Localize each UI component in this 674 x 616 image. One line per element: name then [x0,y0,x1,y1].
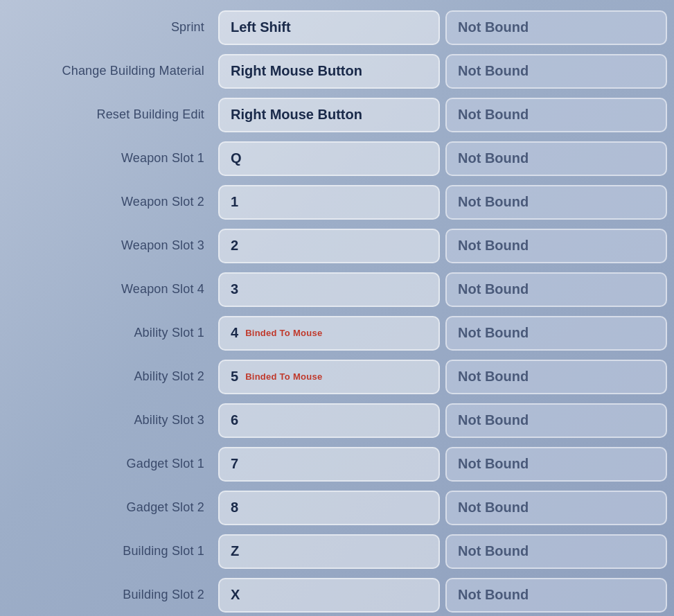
keybind-label: Change Building Material [0,64,218,78]
keybind-row: SprintLeft ShiftNot Bound [0,6,674,49]
primary-key-label: Z [231,543,239,559]
secondary-key-label: Not Bound [458,325,529,341]
keybind-secondary-button[interactable]: Not Bound [445,229,667,263]
primary-key-label: X [231,587,240,603]
keybind-secondary-button[interactable]: Not Bound [445,185,667,220]
primary-key-label: 4 [231,325,238,341]
primary-key-label: 3 [231,281,238,297]
keybind-secondary-button[interactable]: Not Bound [445,578,667,613]
binded-note: Binded To Mouse [245,328,322,338]
keybind-primary-button[interactable]: Left Shift [218,10,440,45]
keybind-primary-button[interactable]: Q [218,141,440,176]
keybind-primary-button[interactable]: 4Binded To Mouse [218,316,440,351]
keybind-primary-button[interactable]: Right Mouse Button [218,98,440,132]
primary-key-label: Right Mouse Button [231,63,362,79]
keybind-row: Change Building MaterialRight Mouse Butt… [0,49,674,93]
secondary-key-label: Not Bound [458,543,529,559]
keybind-row: Reset Building EditRight Mouse ButtonNot… [0,93,674,137]
keybind-list: SprintLeft ShiftNot BoundChange Building… [0,0,674,616]
keybind-label: Weapon Slot 1 [0,151,218,166]
secondary-key-label: Not Bound [458,238,529,254]
keybind-primary-button[interactable]: 1 [218,185,440,220]
keybind-secondary-button[interactable]: Not Bound [445,316,667,351]
keybind-row: Weapon Slot 43Not Bound [0,267,674,311]
keybind-row: Gadget Slot 17Not Bound [0,442,674,486]
keybind-row: Gadget Slot 28Not Bound [0,486,674,529]
primary-key-label: Right Mouse Button [231,107,362,123]
primary-key-label: Q [231,150,242,166]
keybind-label: Building Slot 1 [0,544,218,558]
keybind-row: Ability Slot 36Not Bound [0,398,674,442]
primary-key-label: Left Shift [231,19,291,35]
secondary-key-label: Not Bound [458,587,529,603]
keybind-label: Ability Slot 2 [0,369,218,384]
keybind-primary-button[interactable]: X [218,578,440,613]
secondary-key-label: Not Bound [458,107,529,123]
keybind-primary-button[interactable]: 8 [218,491,440,525]
binded-note: Binded To Mouse [245,371,322,382]
keybind-secondary-button[interactable]: Not Bound [445,491,667,525]
primary-key-label: 2 [231,238,238,254]
keybind-row: Weapon Slot 1QNot Bound [0,137,674,180]
secondary-key-label: Not Bound [458,281,529,297]
keybind-secondary-button[interactable]: Not Bound [445,534,667,569]
keybind-label: Sprint [0,20,218,35]
keybind-row: Ability Slot 25Binded To MouseNot Bound [0,355,674,398]
keybind-label: Building Slot 2 [0,588,218,602]
keybind-row: Weapon Slot 21Not Bound [0,180,674,224]
secondary-key-label: Not Bound [458,456,529,472]
secondary-key-label: Not Bound [458,194,529,210]
keybind-secondary-button[interactable]: Not Bound [445,360,667,394]
keybind-label: Gadget Slot 2 [0,500,218,515]
keybind-primary-button[interactable]: 7 [218,447,440,482]
secondary-key-label: Not Bound [458,500,529,516]
keybind-primary-button[interactable]: 5Binded To Mouse [218,360,440,394]
keybind-row: Building Slot 1ZNot Bound [0,529,674,573]
keybind-secondary-button[interactable]: Not Bound [445,141,667,176]
primary-key-label: 5 [231,369,238,385]
secondary-key-label: Not Bound [458,369,529,385]
keybind-primary-button[interactable]: 6 [218,403,440,438]
keybind-primary-button[interactable]: Z [218,534,440,569]
keybind-secondary-button[interactable]: Not Bound [445,10,667,45]
keybind-secondary-button[interactable]: Not Bound [445,54,667,89]
keybind-row: Building Slot 2XNot Bound [0,573,674,616]
secondary-key-label: Not Bound [458,150,529,166]
keybind-secondary-button[interactable]: Not Bound [445,403,667,438]
keybind-label: Reset Building Edit [0,107,218,122]
keybind-secondary-button[interactable]: Not Bound [445,447,667,482]
primary-key-label: 1 [231,194,238,210]
primary-key-label: 7 [231,456,238,472]
keybind-label: Gadget Slot 1 [0,457,218,471]
secondary-key-label: Not Bound [458,63,529,79]
keybind-primary-button[interactable]: 3 [218,272,440,307]
keybind-row: Weapon Slot 32Not Bound [0,224,674,267]
secondary-key-label: Not Bound [458,412,529,428]
secondary-key-label: Not Bound [458,19,529,35]
keybind-primary-button[interactable]: 2 [218,229,440,263]
keybind-label: Weapon Slot 3 [0,238,218,253]
keybind-label: Weapon Slot 4 [0,282,218,297]
keybind-secondary-button[interactable]: Not Bound [445,98,667,132]
keybind-row: Ability Slot 14Binded To MouseNot Bound [0,311,674,355]
keybind-secondary-button[interactable]: Not Bound [445,272,667,307]
primary-key-label: 6 [231,412,238,428]
keybind-label: Ability Slot 3 [0,413,218,428]
keybind-label: Weapon Slot 2 [0,195,218,209]
keybind-label: Ability Slot 1 [0,326,218,340]
keybind-primary-button[interactable]: Right Mouse Button [218,54,440,89]
primary-key-label: 8 [231,500,238,516]
